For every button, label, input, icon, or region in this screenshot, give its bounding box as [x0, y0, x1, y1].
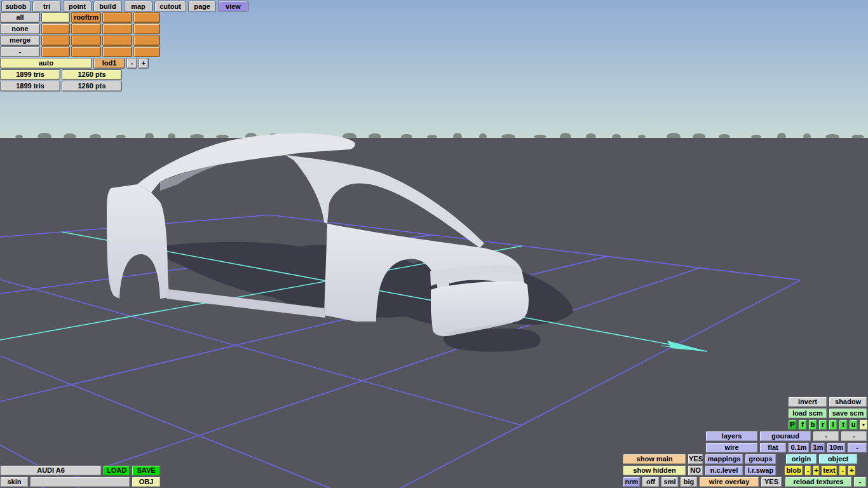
text-button[interactable]: text [821, 465, 837, 476]
load-scm-button[interactable]: load scm [788, 408, 827, 419]
tab-cutout[interactable]: cutout [154, 1, 186, 11]
lod-minus-button[interactable]: - [126, 58, 137, 69]
mappings-button[interactable]: mappings [705, 454, 743, 464]
load-button[interactable]: LOAD [103, 465, 130, 476]
show-main-button[interactable]: show main [623, 454, 686, 464]
select-none-button[interactable]: none [0, 24, 40, 34]
show-hidden-value[interactable]: NO [688, 465, 703, 476]
subobject-cell-3-2[interactable] [102, 46, 132, 57]
tris-count-active: 1899 tris [0, 69, 60, 80]
subobject-cell-0-2[interactable] [102, 12, 132, 23]
lod-level-button[interactable]: lod1 [93, 58, 125, 69]
select-merge-button[interactable]: merge [0, 35, 40, 46]
subobject-cell-3-3[interactable] [133, 46, 160, 57]
subobject-cell-2-1[interactable] [71, 35, 101, 46]
subobject-cell-0-0[interactable] [41, 12, 70, 23]
invert-button[interactable]: invert [788, 396, 827, 407]
show-main-value[interactable]: YES [688, 454, 703, 464]
layers-dash2-button[interactable]: - [841, 431, 867, 442]
layers-button[interactable]: layers [705, 431, 758, 442]
tris-count-total: 1899 tris [0, 81, 60, 92]
grid-10m-button[interactable]: 10m [827, 442, 846, 453]
text-plus-button[interactable]: + [848, 465, 856, 476]
subobject-cell-2-2[interactable] [102, 35, 132, 46]
axis-toggle-f[interactable]: f [798, 419, 807, 430]
blob-button[interactable]: blob [784, 465, 803, 476]
text-minus-button[interactable]: - [839, 465, 846, 476]
menu-bar: subobtripointbuildmapcutoutpageview [1, 1, 248, 11]
pts-count-total: 1260 pts [62, 81, 122, 92]
tab-subob[interactable]: subob [1, 1, 31, 11]
origin-button[interactable]: origin [785, 454, 817, 464]
tab-map[interactable]: map [124, 1, 153, 11]
lr-swap-button[interactable]: l.r.swap [745, 465, 776, 476]
wire-overlay-value[interactable]: YES [761, 477, 782, 487]
save-button[interactable]: SAVE [132, 465, 161, 476]
big-button[interactable]: big [680, 477, 698, 487]
select-all-button[interactable]: all [0, 12, 40, 23]
viewport-3d[interactable] [0, 0, 868, 488]
tab-build[interactable]: build [93, 1, 122, 11]
auto-lod-button[interactable]: auto [0, 58, 92, 69]
tab-tri[interactable]: tri [32, 1, 61, 11]
groups-button[interactable]: groups [745, 454, 776, 464]
subobject-cell-1-0[interactable] [41, 24, 70, 34]
subobject-cell-0-1-rooftrm[interactable]: rooftrm [71, 12, 101, 23]
select-dash-button[interactable]: - [0, 46, 40, 57]
tab-page[interactable]: page [188, 1, 216, 11]
axis-toggle-t[interactable]: t [839, 419, 848, 430]
wire-overlay-button[interactable]: wire overlay [699, 477, 759, 487]
skin-button[interactable]: skin [0, 477, 29, 487]
subobject-cell-1-1[interactable] [71, 24, 101, 34]
grid-dash-button[interactable]: - [847, 442, 867, 453]
axis-toggle-b[interactable]: b [808, 419, 817, 430]
blob-minus-button[interactable]: - [804, 465, 811, 476]
obj-button[interactable]: OBJ [132, 477, 161, 487]
off-button[interactable]: off [642, 477, 660, 487]
nrm-button[interactable]: nrm [623, 477, 641, 487]
sml-button[interactable]: sml [661, 477, 679, 487]
shadow-button[interactable]: shadow [829, 396, 867, 407]
object-button[interactable]: object [818, 454, 858, 464]
gouraud-button[interactable]: gouraud [759, 431, 811, 442]
skin-name-field[interactable] [30, 477, 130, 487]
subobject-cell-3-0[interactable] [41, 46, 70, 57]
subobject-cell-2-0[interactable] [41, 35, 70, 46]
subobject-cell-3-1[interactable] [71, 46, 101, 57]
axis-toggle-P[interactable]: P [788, 419, 797, 430]
wire-button[interactable]: wire [705, 442, 758, 453]
subobject-cell-2-3[interactable] [133, 35, 160, 46]
lod-plus-button[interactable]: + [139, 58, 149, 69]
layers-dash1-button[interactable]: - [813, 431, 839, 442]
grid-1m-button[interactable]: 1m [811, 442, 825, 453]
axis-toggle-u[interactable]: u [849, 419, 858, 430]
show-hidden-button[interactable]: show hidden [623, 465, 686, 476]
blob-plus-button[interactable]: + [813, 465, 820, 476]
grid-0p1m-button[interactable]: 0.1m [788, 442, 810, 453]
reload-textures-button[interactable]: reload textures [785, 477, 852, 487]
modeling-app: { "menu": { "tabs": [ {"label":"subob","… [0, 0, 868, 488]
reload-dash-button[interactable]: - [853, 477, 867, 487]
tab-point[interactable]: point [63, 1, 92, 11]
nc-level-button[interactable]: n.c.level [705, 465, 743, 476]
subobject-cell-1-2[interactable] [102, 24, 132, 34]
flat-button[interactable]: flat [759, 442, 787, 453]
axis-toggle-dot[interactable]: • [859, 419, 868, 430]
tab-view[interactable]: view [218, 1, 248, 11]
subobject-cell-0-3[interactable] [133, 12, 160, 23]
save-scm-button[interactable]: save scm [829, 408, 867, 419]
axis-toggle-r[interactable]: r [818, 419, 827, 430]
axis-toggle-l[interactable]: l [829, 419, 837, 430]
pts-count-active: 1260 pts [62, 69, 122, 80]
model-name[interactable]: AUDI A6 [0, 465, 102, 476]
view-axis-toggle-row: Pfbrltu• [788, 419, 868, 430]
subobject-cell-1-3[interactable] [133, 24, 160, 34]
